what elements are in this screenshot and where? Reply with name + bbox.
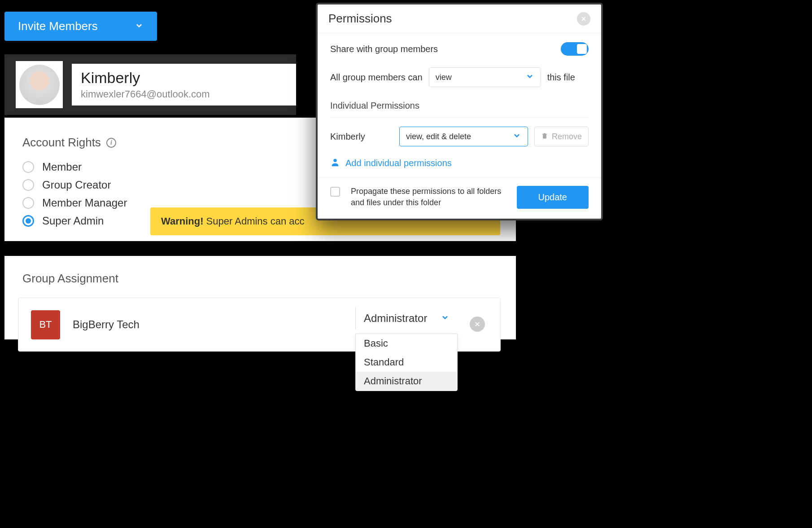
remove-button[interactable]: Remove [534,127,589,146]
group-badge: BT [31,310,60,339]
profile-name-block: Kimberly kimwexler7664@outlook.com [72,64,296,106]
share-row: Share with group members [330,42,589,56]
radio-icon [22,215,34,227]
role-value: Administrator [364,312,427,325]
individual-permission-value: view, edit & delete [406,132,471,141]
propagate-text: Propagate these permissions to all folde… [351,186,506,208]
role-option-basic[interactable]: Basic [356,334,457,353]
role-option-standard[interactable]: Standard [356,353,457,372]
role-option-administrator[interactable]: Administrator [356,372,457,391]
add-individual-link[interactable]: Add individual permissions [330,157,589,169]
group-assignment-heading: Group Assignment [22,272,498,286]
chevron-down-icon [135,19,144,33]
role-dropdown-menu: Basic Standard Administrator [355,334,458,391]
warning-text: Super Admins can acc [204,216,305,227]
warning-prefix: Warning! [161,216,204,227]
radio-icon [22,161,34,173]
invite-label: Invite Members [18,19,98,33]
update-button[interactable]: Update [517,186,589,209]
modal-footer: Propagate these permissions to all folde… [318,178,601,219]
individual-row: Kimberly view, edit & delete Remove [330,127,589,146]
profile-name: Kimberly [81,69,283,87]
chevron-down-icon [512,131,521,142]
add-link-label: Add individual permissions [345,158,452,168]
radio-label: Super Admin [42,215,104,227]
person-icon [330,157,340,169]
invite-members-button[interactable]: Invite Members [4,12,157,41]
radio-icon [22,197,34,209]
permissions-modal: Permissions Share with group members All… [316,3,603,220]
remove-label: Remove [552,132,582,141]
avatar-wrapper [16,61,63,108]
remove-group-button[interactable] [470,317,485,332]
propagate-checkbox[interactable] [330,187,340,197]
group-name: BigBerry Tech [73,318,140,331]
members-permission-value: view [436,73,452,82]
profile-email: kimwexler7664@outlook.com [81,88,283,100]
modal-title: Permissions [328,12,392,26]
info-icon[interactable]: i [106,138,116,148]
svg-point-4 [333,159,336,162]
members-prefix: All group members can [330,72,423,83]
radio-label: Group Creator [42,179,111,191]
members-suffix: this file [547,72,575,83]
avatar [19,65,60,105]
chevron-down-icon [441,312,450,325]
individual-heading: Individual Permissions [330,101,589,118]
modal-body: Share with group members All group membe… [318,33,601,178]
trash-icon [541,132,548,141]
close-icon[interactable] [577,12,590,26]
members-row: All group members can view this file [330,67,589,87]
share-toggle[interactable] [561,42,589,56]
individual-permission-select[interactable]: view, edit & delete [399,127,528,146]
individual-name: Kimberly [330,132,393,142]
members-permission-select[interactable]: view [429,67,541,87]
chevron-down-icon [525,72,534,83]
radio-label: Member [42,161,82,173]
account-rights-heading: Account Rights [22,136,101,150]
modal-header: Permissions [318,4,601,33]
role-dropdown[interactable]: Administrator [355,307,458,330]
profile-card: Kimberly kimwexler7664@outlook.com [4,54,296,115]
radio-label: Member Manager [42,197,127,209]
radio-icon [22,179,34,191]
share-label: Share with group members [330,44,438,54]
